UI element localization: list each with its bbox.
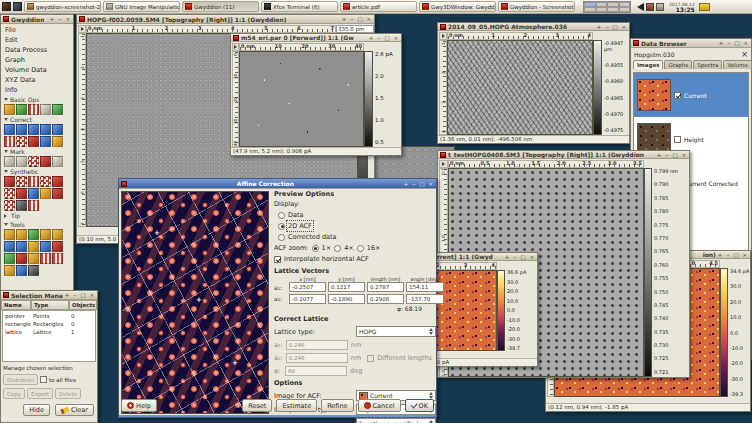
- ruler-corner-button[interactable]: [439, 160, 448, 168]
- tool-icon[interactable]: [4, 229, 15, 240]
- app-launcher-icon[interactable]: [13, 2, 22, 11]
- tool-icon[interactable]: [52, 124, 63, 135]
- network-icon[interactable]: [646, 3, 654, 11]
- tool-icon[interactable]: [16, 188, 27, 199]
- menu-edit[interactable]: Edit: [1, 35, 73, 45]
- tool-icon[interactable]: [28, 104, 39, 115]
- visibility-checkbox[interactable]: [674, 92, 681, 99]
- tool-icon[interactable]: [4, 253, 15, 264]
- help-button[interactable]: Help: [121, 399, 157, 412]
- tool-icon[interactable]: [16, 104, 27, 115]
- different-lengths-checkbox[interactable]: [367, 355, 374, 362]
- window-controls[interactable]: + ‒ ×: [50, 16, 71, 22]
- tool-icon[interactable]: [4, 241, 15, 252]
- workspace-pager[interactable]: [583, 1, 631, 13]
- file-close-button[interactable]: ×: [741, 50, 748, 59]
- menu-graph[interactable]: Graph: [1, 55, 73, 65]
- tool-icon[interactable]: [52, 241, 63, 252]
- tool-icon[interactable]: [40, 176, 51, 187]
- menu-data-process[interactable]: Data Process: [1, 45, 73, 55]
- tool-icon[interactable]: [16, 229, 27, 240]
- tool-icon[interactable]: [28, 156, 39, 167]
- tool-icon[interactable]: [4, 136, 15, 147]
- tool-icon[interactable]: [52, 176, 63, 187]
- menu-volume-data[interactable]: Volume Data: [1, 65, 73, 75]
- a2-angle-field[interactable]: -137.70: [406, 294, 444, 304]
- section-tools[interactable]: Tools: [1, 220, 73, 229]
- tool-icon[interactable]: [16, 124, 27, 135]
- tool-icon[interactable]: [40, 229, 51, 240]
- tool-icon[interactable]: [52, 188, 63, 199]
- tool-icon[interactable]: [40, 136, 51, 147]
- tool-icon[interactable]: [52, 156, 63, 167]
- tool-icon[interactable]: [28, 241, 39, 252]
- radio-icon[interactable]: [334, 245, 341, 252]
- window-controls[interactable]: + ‒ □ ×: [597, 24, 627, 30]
- window-controls[interactable]: + ‒ □ ×: [657, 152, 687, 158]
- tool-icon[interactable]: [4, 265, 15, 276]
- workspace-cell[interactable]: [607, 7, 619, 12]
- section-tip[interactable]: Tip: [1, 211, 73, 220]
- menu-file[interactable]: File: [1, 25, 73, 35]
- taskbar-item-screenshot[interactable]: gwyddion-screenshot-2...: [24, 1, 101, 12]
- mail-icon[interactable]: [699, 3, 710, 11]
- to-all-files-checkbox[interactable]: [40, 376, 47, 383]
- a1-x-field[interactable]: -0.2507: [289, 282, 326, 292]
- tool-icon[interactable]: [4, 188, 15, 199]
- tool-icon[interactable]: [16, 176, 27, 187]
- a1-length-field[interactable]: 0.2787: [367, 282, 404, 292]
- window-controls[interactable]: + ‒ □ ×: [369, 35, 399, 41]
- window-controls[interactable]: + ‒ □ ×: [505, 254, 535, 260]
- menu-xyz-data[interactable]: XYZ Data: [1, 75, 73, 85]
- m54-colorbar[interactable]: [364, 51, 373, 147]
- tool-icon[interactable]: [16, 241, 27, 252]
- taskbar-item-gwyddion[interactable]: Gwyddion (11): [182, 1, 259, 12]
- scaling-combo[interactable]: Exactly as specified: [356, 418, 436, 423]
- tool-icon[interactable]: [28, 265, 39, 276]
- a1-angle-field[interactable]: 154.11: [406, 282, 444, 292]
- clipboard-icon[interactable]: [656, 3, 664, 11]
- atmos-titlebar[interactable]: 2014_09_05.HOPG Atmosphere.036 + ‒ □ ×: [438, 23, 629, 31]
- estimate-button[interactable]: Estimate: [276, 399, 317, 412]
- workspace-cell[interactable]: [596, 7, 608, 12]
- tool-icon[interactable]: [4, 200, 15, 211]
- tool-icon[interactable]: [4, 104, 15, 115]
- a2-length-field[interactable]: 0.2908: [367, 294, 404, 304]
- column-objects[interactable]: Objects: [69, 300, 97, 310]
- window-controls[interactable]: + ‒ □ ×: [719, 40, 749, 46]
- column-type[interactable]: Type: [31, 300, 69, 310]
- visibility-checkbox[interactable]: [674, 136, 681, 143]
- window-controls[interactable]: + ‒ □ ×: [342, 16, 372, 22]
- taskbar-item-terminal[interactable]: Xfce Terminal (6): [261, 1, 338, 12]
- hide-button[interactable]: Hide: [23, 404, 50, 416]
- section-correct[interactable]: Correct: [1, 115, 73, 124]
- taskbar-item-pdf[interactable]: article.pdf: [340, 1, 417, 12]
- taskbar-item-gwy3d[interactable]: Gwy3DWindow: Gwyddio...: [419, 1, 496, 12]
- column-name[interactable]: Name: [1, 300, 31, 310]
- tool-icon[interactable]: [4, 124, 15, 135]
- volume-icon[interactable]: [637, 3, 644, 11]
- refine-button[interactable]: Refine: [321, 399, 353, 412]
- ttest-colorbar[interactable]: [644, 168, 652, 377]
- taskbar-item-screenshots-folder[interactable]: Gwyddion - Screenshots...: [498, 1, 575, 12]
- tool-icon[interactable]: [16, 265, 27, 276]
- radio-icon[interactable]: [312, 245, 319, 252]
- section-mark[interactable]: Mark: [1, 147, 73, 156]
- current-a-titlebar[interactable]: Current] 1:1 (Gwyd + ‒ □ ×: [426, 253, 537, 261]
- workspace-cell[interactable]: [584, 7, 596, 12]
- app-launcher-icon[interactable]: [2, 2, 11, 11]
- m54-titlebar[interactable]: m54_ori.par 0 [Forward]] 1:1 (Gw + ‒ □ ×: [231, 34, 401, 42]
- tool-icon[interactable]: [40, 156, 51, 167]
- radio-corrected-data[interactable]: Corrected data: [278, 233, 436, 241]
- ruler-corner-button[interactable]: [78, 25, 86, 33]
- window-controls[interactable]: + ‒ □ ×: [65, 292, 95, 298]
- atmos-image[interactable]: [447, 40, 593, 135]
- tab-images[interactable]: Images: [633, 60, 663, 69]
- a2-y-field[interactable]: -0.1890: [328, 294, 365, 304]
- selection-manager-titlebar[interactable]: Selection Manager + ‒ □ ×: [1, 291, 97, 300]
- current-b-colorbar[interactable]: [720, 268, 728, 397]
- tool-icon[interactable]: [28, 188, 39, 199]
- dialog-titlebar[interactable]: Affine Correction + ‒ □ ×: [119, 179, 436, 189]
- tab-spectra[interactable]: Spectra: [693, 60, 722, 69]
- tool-icon[interactable]: [16, 136, 27, 147]
